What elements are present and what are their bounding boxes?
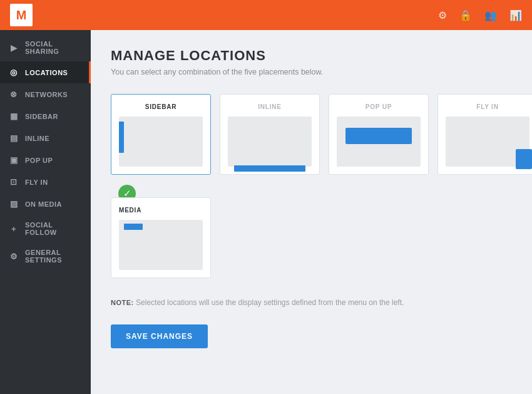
lock-icon[interactable]: 🔒 bbox=[459, 9, 472, 21]
flyin-card-preview bbox=[446, 117, 529, 167]
popup-icon: ▣ bbox=[9, 155, 19, 165]
sidebar-item-social-sharing[interactable]: ▶ Social Sharing bbox=[0, 34, 91, 61]
sidebar-label-locations: Locations bbox=[25, 69, 82, 76]
sidebar-label-flyin: Fly In bbox=[25, 179, 82, 186]
flyin-icon: ⊡ bbox=[9, 177, 19, 187]
flyin-preview-box bbox=[516, 149, 532, 169]
sidebar-card-label: SIDEBAR bbox=[119, 103, 203, 110]
general-settings-icon: ⚙ bbox=[9, 252, 19, 261]
top-header: M ⚙ 🔒 👥 📊 bbox=[0, 0, 532, 30]
sidebar-card-preview bbox=[119, 117, 203, 167]
inline-card-preview bbox=[228, 117, 312, 167]
media-location-card[interactable]: MEDIA bbox=[111, 197, 211, 278]
page-title: MANAGE LOCATIONS bbox=[111, 48, 512, 64]
sidebar-item-sidebar[interactable]: ▦ Sidebar bbox=[0, 105, 91, 127]
popup-location-card[interactable]: POP UP bbox=[329, 94, 429, 175]
users-icon[interactable]: 👥 bbox=[484, 9, 497, 21]
note-label: NOTE: bbox=[111, 299, 134, 306]
page-subtitle: You can select any combination of the fi… bbox=[111, 68, 512, 76]
sidebar-location-card[interactable]: SIDEBAR bbox=[111, 94, 211, 175]
sidebar-label-general-settings: General Settings bbox=[25, 249, 82, 264]
flyin-card-label: FLY IN bbox=[446, 103, 529, 110]
sidebar-label-on-media: On Media bbox=[25, 200, 82, 208]
popup-preview-box bbox=[345, 128, 412, 144]
on-media-icon: ▨ bbox=[9, 199, 19, 209]
sidebar-item-social-follow[interactable]: + Social Follow bbox=[0, 215, 91, 242]
sidebar-item-general-settings[interactable]: ⚙ General Settings bbox=[0, 242, 91, 270]
media-card-label: MEDIA bbox=[119, 207, 141, 214]
social-sharing-icon: ▶ bbox=[9, 43, 19, 53]
logo: M bbox=[10, 4, 33, 26]
sidebar-item-inline[interactable]: ▤ Inline bbox=[0, 127, 91, 149]
popup-card-preview bbox=[337, 117, 421, 167]
inline-preview-bar bbox=[234, 165, 305, 172]
inline-icon: ▤ bbox=[9, 133, 19, 143]
sidebar-label-inline: Inline bbox=[25, 135, 82, 142]
sidebar-item-flyin[interactable]: ⊡ Fly In bbox=[0, 171, 91, 193]
inline-card-label: INLINE bbox=[228, 103, 312, 110]
header-icons: ⚙ 🔒 👥 📊 bbox=[438, 9, 522, 21]
social-follow-icon: + bbox=[9, 224, 19, 234]
media-preview-bar bbox=[124, 224, 143, 230]
sidebar-item-on-media[interactable]: ▨ On Media bbox=[0, 193, 91, 215]
flyin-location-card[interactable]: FLY IN bbox=[437, 94, 532, 175]
location-cards-row: SIDEBAR INLINE POP UP F bbox=[111, 94, 512, 175]
sidebar-item-locations[interactable]: ◎ Locations bbox=[0, 61, 91, 83]
second-cards-row: MEDIA bbox=[111, 197, 512, 278]
sidebar-label-sidebar: Sidebar bbox=[25, 113, 82, 120]
chart-icon[interactable]: 📊 bbox=[509, 9, 522, 21]
popup-card-label: POP UP bbox=[337, 103, 421, 110]
main-layout: ▶ Social Sharing ◎ Locations ⊗ Networks … bbox=[0, 30, 532, 394]
content-area: MANAGE LOCATIONS You can select any comb… bbox=[91, 30, 532, 394]
gear-icon[interactable]: ⚙ bbox=[438, 9, 447, 21]
media-card-preview bbox=[119, 220, 203, 270]
sidebar-label-social-sharing: Social Sharing bbox=[25, 40, 82, 55]
sidebar-item-popup[interactable]: ▣ Pop Up bbox=[0, 149, 91, 171]
sidebar-preview-bar bbox=[119, 122, 124, 153]
save-changes-button[interactable]: SAVE CHANGES bbox=[111, 324, 208, 348]
sidebar: ▶ Social Sharing ◎ Locations ⊗ Networks … bbox=[0, 30, 91, 394]
sidebar-label-social-follow: Social Follow bbox=[25, 221, 82, 236]
inline-location-card[interactable]: INLINE bbox=[220, 94, 320, 175]
note-text: Selected locations will use the display … bbox=[136, 298, 404, 307]
sidebar-label-popup: Pop Up bbox=[25, 157, 82, 164]
locations-icon: ◎ bbox=[9, 68, 19, 77]
sidebar-item-networks[interactable]: ⊗ Networks bbox=[0, 83, 91, 105]
sidebar-nav-icon: ▦ bbox=[9, 111, 19, 121]
networks-icon: ⊗ bbox=[9, 90, 19, 99]
note-section: NOTE: Selected locations will use the di… bbox=[111, 298, 512, 307]
sidebar-label-networks: Networks bbox=[25, 91, 82, 98]
